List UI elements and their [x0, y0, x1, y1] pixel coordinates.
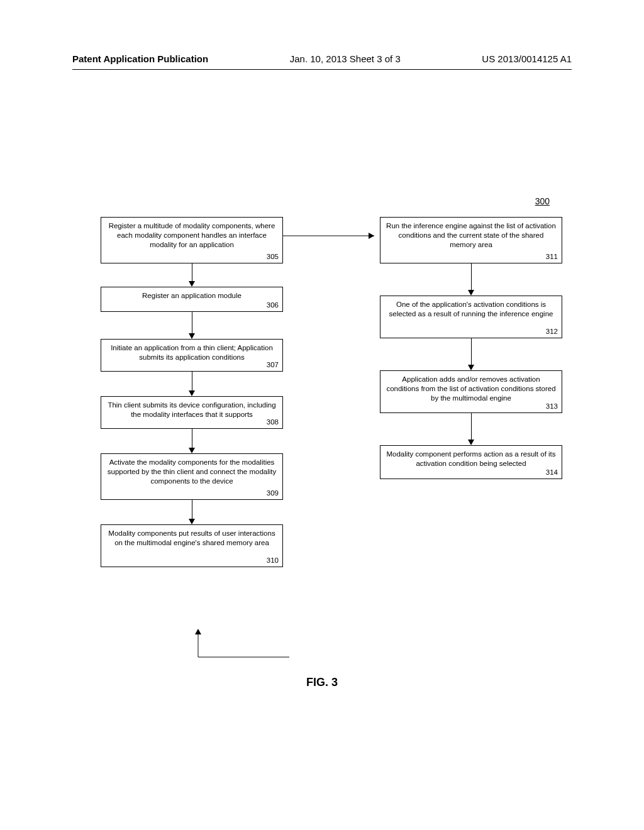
svg-marker-1: [195, 629, 201, 634]
flow-right-column: Run the inference engine against the lis…: [380, 217, 562, 567]
flow-left-column: Register a multitude of modality compone…: [101, 217, 283, 567]
box-305-text: Register a multitude of modality compone…: [101, 218, 282, 252]
box-314-text: Modality component performs action as a …: [380, 446, 562, 471]
arrow-307-308: [189, 372, 195, 396]
arrow-311-312: [468, 263, 474, 296]
arrow-312-313: [468, 338, 474, 370]
box-308-num: 308: [267, 418, 279, 426]
box-308-text: Thin client submits its device configura…: [101, 397, 282, 422]
arrow-306-307: [189, 312, 195, 339]
box-314: Modality component performs action as a …: [380, 445, 562, 479]
box-307-num: 307: [267, 361, 279, 368]
box-310: Modality components put results of user …: [101, 524, 283, 567]
box-310-num: 310: [267, 556, 279, 564]
box-311-text: Run the inference engine against the lis…: [380, 218, 562, 252]
box-311-num: 311: [546, 253, 558, 260]
header-right: US 2013/0014125 A1: [482, 53, 572, 64]
box-312-text: One of the application's activation cond…: [380, 296, 562, 321]
page-header: Patent Application Publication Jan. 10, …: [0, 53, 644, 64]
box-312-num: 312: [546, 328, 558, 335]
box-313-num: 313: [546, 402, 558, 410]
header-rule: [72, 69, 572, 70]
box-312: One of the application's activation cond…: [380, 296, 562, 338]
box-309-num: 309: [267, 489, 279, 497]
arrow-313-314: [468, 413, 474, 445]
box-308: Thin client submits its device configura…: [101, 396, 283, 429]
box-306-num: 306: [267, 301, 279, 309]
header-left: Patent Application Publication: [72, 53, 208, 64]
box-307-text: Initiate an application from a thin clie…: [101, 340, 282, 365]
box-309: Activate the modality components for the…: [101, 453, 283, 500]
box-310-text: Modality components put results of user …: [101, 525, 282, 550]
box-305: Register a multitude of modality compone…: [101, 217, 283, 263]
box-313-text: Application adds and/or removes activati…: [380, 371, 562, 406]
box-309-text: Activate the modality components for the…: [101, 454, 282, 489]
box-306: Register an application module 306: [101, 287, 283, 312]
figure-reference-number: 300: [535, 196, 550, 206]
arrow-305-306: [189, 263, 195, 287]
box-307: Initiate an application from a thin clie…: [101, 339, 283, 372]
box-314-num: 314: [546, 468, 558, 476]
box-313: Application adds and/or removes activati…: [380, 370, 562, 413]
arrow-309-310: [189, 500, 195, 524]
figure-caption: FIG. 3: [0, 676, 644, 689]
box-306-text: Register an application module: [101, 287, 282, 303]
header-center: Jan. 10, 2013 Sheet 3 of 3: [290, 53, 401, 64]
box-305-num: 305: [267, 253, 279, 260]
box-311: Run the inference engine against the lis…: [380, 217, 562, 263]
page: Patent Application Publication Jan. 10, …: [0, 0, 644, 830]
flowchart: Register a multitude of modality compone…: [101, 217, 562, 830]
arrow-308-309: [189, 429, 195, 453]
